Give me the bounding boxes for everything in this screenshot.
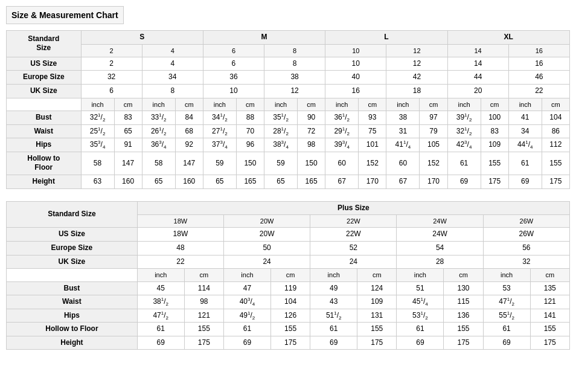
waist-label: Waist (7, 124, 82, 138)
unit-inch-8: inch (508, 98, 542, 111)
us-size-14: 14 (447, 44, 508, 57)
us-size-2: 2 (81, 44, 142, 57)
unit-inch-3: inch (203, 98, 236, 111)
unit-inch-7: inch (447, 98, 481, 111)
hips-44-inch: 441/4 (508, 138, 542, 152)
hips-35-inch: 353/4 (81, 138, 114, 152)
uk-22-plus: 22 (137, 255, 223, 269)
htf-58b-cm: 147 (175, 152, 203, 175)
htf-59b-inch: 59 (264, 152, 298, 175)
phtf-61d-inch: 61 (397, 323, 444, 336)
phips-51-cm: 131 (357, 309, 397, 323)
pheight-69b-cm: 175 (270, 336, 310, 350)
htf-58b-inch: 58 (142, 152, 175, 175)
unit-cm-p1: cm (184, 269, 223, 281)
unit-inch-p3: inch (310, 269, 357, 281)
unit-inch-1: inch (81, 98, 114, 111)
phips-49-cm: 126 (270, 309, 310, 323)
htf-61a-cm: 155 (481, 152, 508, 175)
pbust-45-inch: 45 (137, 281, 184, 295)
height-67a-cm: 170 (359, 175, 386, 188)
eu-size-label: Europe Size (7, 71, 82, 85)
pwaist-47-inch: 471/2 (483, 295, 530, 309)
hips-39-inch: 393/4 (325, 138, 359, 152)
htf-61b-inch: 61 (508, 152, 542, 175)
uk-12: 12 (264, 85, 325, 98)
us-size-12: 12 (386, 44, 447, 57)
waist-31-inch: 31 (386, 124, 420, 138)
waist-29-cm: 75 (359, 124, 386, 138)
unit-cm-3: cm (236, 98, 264, 111)
hips-36-cm: 92 (175, 138, 203, 152)
eu-40: 40 (325, 71, 386, 85)
eu-38: 38 (264, 71, 325, 85)
htf-60a-cm: 152 (359, 152, 386, 175)
waist-26-cm: 68 (175, 124, 203, 138)
phtf-61b-inch: 61 (224, 323, 271, 336)
height-67b-cm: 170 (420, 175, 447, 188)
height-65a-cm: 160 (175, 175, 203, 188)
waist-28-cm: 72 (298, 124, 325, 138)
pwaist-40-cm: 104 (270, 295, 310, 309)
hollow-to-floor-label: Hollow toFloor (7, 152, 82, 175)
waist-28-inch: 281/2 (264, 124, 298, 138)
waist-31-cm: 79 (420, 124, 447, 138)
phips-51-inch: 511/2 (310, 309, 357, 323)
us-size-4: 4 (142, 44, 203, 57)
bust-41-inch: 41 (508, 111, 542, 124)
htf-59a-cm: 150 (236, 152, 264, 175)
us-size-10: 10 (325, 44, 386, 57)
height-69a-cm: 175 (481, 175, 508, 188)
phips-49-inch: 491/2 (224, 309, 271, 323)
bust-label: Bust (7, 111, 82, 124)
phips-53-inch: 531/2 (397, 309, 444, 323)
eu-50: 50 (224, 242, 310, 255)
height-label: Height (7, 175, 82, 188)
height-67a-inch: 67 (325, 175, 359, 188)
height-69a-inch: 69 (447, 175, 481, 188)
hips-38-inch: 383/4 (264, 138, 298, 152)
pbust-45-cm: 114 (184, 281, 223, 295)
htf-60b-cm: 152 (420, 152, 447, 175)
phtf-61c-inch: 61 (310, 323, 357, 336)
pbust-53-inch: 53 (483, 281, 530, 295)
height-67b-inch: 67 (386, 175, 420, 188)
us-2: 2 (81, 57, 142, 71)
us-22w: 22W (310, 228, 397, 242)
uk-8: 8 (142, 85, 203, 98)
waist-27-inch: 271/2 (203, 124, 236, 138)
pwaist-38-cm: 98 (184, 295, 223, 309)
height-63-inch: 63 (81, 175, 114, 188)
size-chart-table-2: Standard Size Plus Size 18W 20W 22W 24W … (6, 201, 570, 350)
pheight-69b-inch: 69 (224, 336, 271, 350)
eu-54: 54 (397, 242, 483, 255)
pheight-69e-inch: 69 (483, 336, 530, 350)
uk-24a: 24 (224, 255, 310, 269)
waist-25-inch: 251/2 (81, 124, 114, 138)
hips-label: Hips (7, 138, 82, 152)
us-12: 12 (386, 57, 447, 71)
unit-inch-2: inch (142, 98, 175, 111)
eu-32: 32 (81, 71, 142, 85)
height-69b-cm: 175 (542, 175, 569, 188)
us-size-16: 16 (508, 44, 569, 57)
pwaist-43-inch: 43 (310, 295, 357, 309)
unit-cm-6: cm (420, 98, 447, 111)
unit-empty-2 (7, 269, 138, 281)
height-label-2: Height (7, 336, 138, 350)
pbust-51-cm: 130 (444, 281, 483, 295)
unit-cm-p3: cm (357, 269, 397, 281)
phtf-61a-inch: 61 (137, 323, 184, 336)
phtf-61a-cm: 155 (184, 323, 223, 336)
phtf-61e-cm: 155 (530, 323, 569, 336)
uk-18: 18 (386, 85, 447, 98)
plus-18w: 18W (137, 215, 223, 228)
hips-38-cm: 98 (298, 138, 325, 152)
unit-inch-4: inch (264, 98, 298, 111)
uk-32: 32 (483, 255, 569, 269)
plus-20w: 20W (224, 215, 310, 228)
unit-inch-p5: inch (483, 269, 530, 281)
unit-cm-p5: cm (530, 269, 569, 281)
bust-36-inch: 361/2 (325, 111, 359, 124)
pwaist-45-cm: 115 (444, 295, 483, 309)
